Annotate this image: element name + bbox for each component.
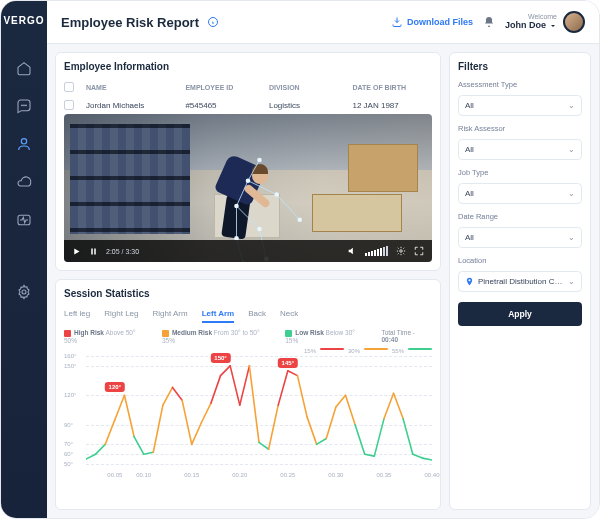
svg-line-38 bbox=[211, 375, 221, 402]
chart-callout: 145° bbox=[278, 358, 298, 368]
employee-info-card: Employee Information NAME EMPLOYEE ID DI… bbox=[55, 52, 441, 271]
svg-line-41 bbox=[240, 366, 250, 405]
volume-slider[interactable] bbox=[365, 246, 388, 256]
user-menu[interactable]: Welcome John Doe bbox=[505, 11, 585, 33]
risk-assessor-select[interactable]: All⌄ bbox=[458, 139, 582, 160]
svg-line-10 bbox=[277, 194, 300, 219]
volume-icon[interactable] bbox=[347, 246, 357, 256]
chart-callout: 120° bbox=[105, 382, 125, 392]
svg-line-48 bbox=[307, 417, 317, 444]
svg-line-29 bbox=[124, 395, 134, 436]
video-time: 2:05 / 3:30 bbox=[106, 248, 139, 255]
cell-division: Logistics bbox=[269, 101, 349, 110]
app-frame: VERGO Employee Risk Report Download File… bbox=[0, 0, 600, 519]
svg-line-47 bbox=[297, 375, 307, 416]
chevron-down-icon bbox=[549, 22, 557, 30]
tab-neck[interactable]: Neck bbox=[280, 309, 298, 323]
svg-line-49 bbox=[317, 438, 327, 444]
chat-icon[interactable] bbox=[16, 98, 32, 114]
settings-icon[interactable] bbox=[16, 284, 32, 300]
cloud-icon[interactable] bbox=[16, 174, 32, 190]
cell-name: Jordan Michaels bbox=[86, 101, 181, 110]
svg-line-25 bbox=[86, 454, 96, 459]
brand-logo: VERGO bbox=[3, 15, 44, 26]
svg-point-22 bbox=[257, 227, 262, 232]
play-button[interactable] bbox=[72, 247, 81, 256]
row-checkbox[interactable] bbox=[64, 100, 74, 110]
risk-assessor-label: Risk Assessor bbox=[458, 124, 582, 133]
session-video[interactable]: 2:05 / 3:30 bbox=[64, 114, 432, 262]
tab-left-arm[interactable]: Left Arm bbox=[202, 309, 235, 323]
tab-left-leg[interactable]: Left leg bbox=[64, 309, 90, 323]
bell-icon[interactable] bbox=[483, 16, 495, 28]
filters-panel: Filters Assessment Type All⌄ Risk Assess… bbox=[449, 52, 591, 510]
avatar[interactable] bbox=[563, 11, 585, 33]
info-icon[interactable] bbox=[207, 16, 219, 28]
table-row[interactable]: Jordan Michaels #545465 Logistics 12 JAN… bbox=[64, 96, 432, 114]
svg-line-55 bbox=[374, 419, 384, 456]
download-files-label: Download Files bbox=[407, 17, 473, 27]
location-select[interactable]: Pinetrail Distibution Centre ⌄ bbox=[458, 271, 582, 292]
svg-line-59 bbox=[413, 454, 423, 458]
col-name: NAME bbox=[86, 84, 181, 91]
main: Employee Risk Report Download Files Welc… bbox=[47, 1, 599, 518]
svg-point-1 bbox=[24, 105, 25, 106]
tab-right-leg[interactable]: Right Leg bbox=[104, 309, 138, 323]
svg-line-8 bbox=[236, 181, 247, 206]
chevron-down-icon: ⌄ bbox=[568, 145, 575, 154]
col-dob: DATE OF BIRTH bbox=[352, 84, 432, 91]
date-range-label: Date Range bbox=[458, 212, 582, 221]
location-label: Location bbox=[458, 256, 582, 265]
svg-line-26 bbox=[96, 444, 106, 454]
fullscreen-icon[interactable] bbox=[414, 246, 424, 256]
svg-line-9 bbox=[248, 181, 277, 195]
download-files-button[interactable]: Download Files bbox=[391, 16, 473, 28]
user-icon[interactable] bbox=[16, 136, 32, 152]
apply-button[interactable]: Apply bbox=[458, 302, 582, 326]
date-range-select[interactable]: All⌄ bbox=[458, 227, 582, 248]
filters-title: Filters bbox=[458, 61, 582, 72]
svg-line-39 bbox=[221, 366, 231, 376]
svg-point-19 bbox=[297, 217, 302, 222]
settings-video-icon[interactable] bbox=[396, 246, 406, 256]
svg-line-30 bbox=[134, 436, 144, 454]
pause-button[interactable] bbox=[89, 247, 98, 256]
angle-chart: 50°60°70°90°120°150°160°00.0500.1000.150… bbox=[64, 356, 432, 476]
svg-point-2 bbox=[26, 105, 27, 106]
svg-line-54 bbox=[365, 454, 375, 456]
total-time: Total Time - 00:40 bbox=[381, 329, 432, 343]
sidebar-nav bbox=[16, 60, 32, 300]
activity-icon[interactable] bbox=[16, 212, 32, 228]
svg-line-37 bbox=[201, 403, 211, 423]
body: Employee Information NAME EMPLOYEE ID DI… bbox=[47, 44, 599, 518]
tab-back[interactable]: Back bbox=[248, 309, 266, 323]
svg-point-24 bbox=[400, 250, 403, 253]
svg-point-17 bbox=[234, 204, 239, 209]
employee-info-title: Employee Information bbox=[64, 61, 432, 72]
select-all-checkbox[interactable] bbox=[64, 82, 74, 92]
chevron-down-icon: ⌄ bbox=[568, 189, 575, 198]
svg-line-27 bbox=[105, 420, 115, 445]
svg-line-53 bbox=[355, 425, 365, 454]
svg-line-32 bbox=[153, 405, 163, 452]
svg-line-34 bbox=[173, 387, 183, 400]
svg-line-46 bbox=[288, 371, 298, 376]
home-icon[interactable] bbox=[16, 60, 32, 76]
assessment-type-label: Assessment Type bbox=[458, 80, 582, 89]
svg-line-28 bbox=[115, 395, 125, 420]
svg-line-36 bbox=[192, 423, 202, 445]
chevron-down-icon: ⌄ bbox=[568, 233, 575, 242]
assessment-type-select[interactable]: All⌄ bbox=[458, 95, 582, 116]
page-title: Employee Risk Report bbox=[61, 15, 199, 30]
sidebar: VERGO bbox=[1, 1, 47, 518]
cell-empid: #545465 bbox=[185, 101, 265, 110]
tab-right-arm[interactable]: Right Arm bbox=[153, 309, 188, 323]
job-type-label: Job Type bbox=[458, 168, 582, 177]
svg-line-57 bbox=[394, 393, 404, 419]
job-type-select[interactable]: All⌄ bbox=[458, 183, 582, 204]
chevron-down-icon: ⌄ bbox=[568, 101, 575, 110]
svg-line-56 bbox=[384, 393, 394, 419]
svg-line-40 bbox=[230, 366, 240, 405]
svg-line-60 bbox=[422, 458, 432, 460]
svg-point-3 bbox=[21, 139, 26, 144]
